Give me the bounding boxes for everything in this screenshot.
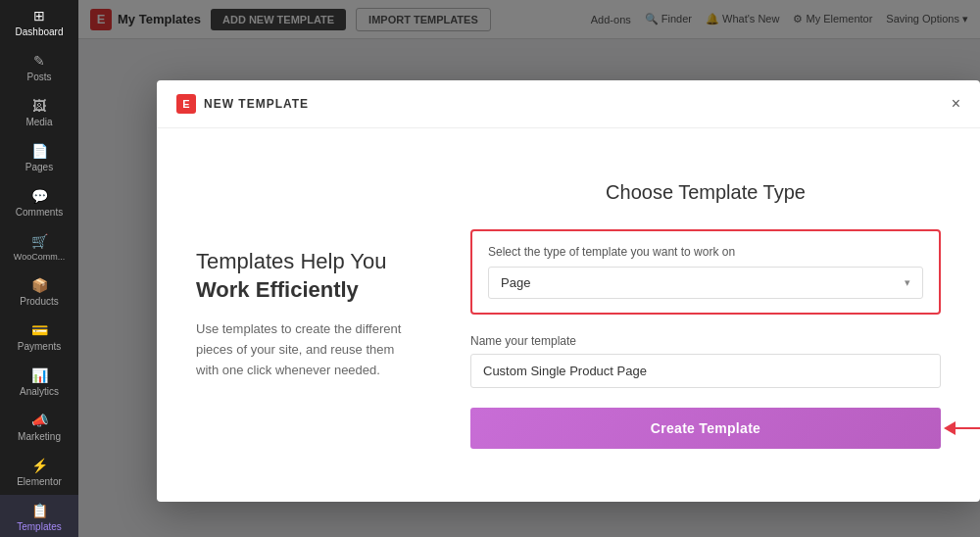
modal-close-button[interactable]: × — [952, 96, 960, 112]
elementor-icon: ⚡ — [31, 458, 48, 473]
modal-left-panel: Templates Help You Work Efficiently Use … — [196, 158, 412, 472]
sidebar-item-label: Pages — [25, 162, 53, 172]
modal-left-title: Templates Help You Work Efficiently — [196, 248, 412, 304]
sidebar-item-products[interactable]: 📦 Products — [0, 269, 78, 315]
sidebar-item-label: Marketing — [18, 431, 61, 442]
sidebar-item-pages[interactable]: 📄 Pages — [0, 135, 78, 180]
sidebar-item-label: Elementor — [17, 476, 62, 487]
modal-left-description: Use templates to create the different pi… — [196, 319, 412, 380]
template-name-input[interactable] — [470, 354, 941, 388]
media-icon: 🖼 — [32, 98, 46, 114]
analytics-icon: 📊 — [31, 367, 48, 383]
sidebar-item-templates[interactable]: 📋 Templates — [0, 495, 78, 537]
payments-icon: 💳 — [31, 322, 48, 338]
sidebar-item-analytics[interactable]: 📊 Analytics — [0, 360, 78, 405]
create-button-wrapper: Create Template — [470, 408, 941, 449]
templates-icon: 📋 — [31, 503, 48, 518]
modal-container: E NEW TEMPLATE × Templates Help You Work… — [157, 44, 980, 537]
posts-icon: ✎ — [33, 53, 45, 69]
sidebar-item-label: Dashboard — [16, 26, 64, 37]
choose-template-title: Choose Template Type — [470, 181, 941, 204]
sidebar-item-marketing[interactable]: 📣 Marketing — [0, 405, 78, 450]
modal-right-panel: Choose Template Type Select the type of … — [470, 158, 941, 472]
arrow-line — [956, 427, 980, 429]
sidebar-item-label: Analytics — [20, 386, 59, 397]
sidebar-item-elementor[interactable]: ⚡ Elementor — [0, 450, 78, 495]
modal-header: E NEW TEMPLATE × — [157, 80, 980, 128]
sidebar-item-label: Media — [25, 117, 52, 127]
template-type-select-box: Select the type of template you want to … — [470, 229, 941, 315]
products-icon: 📦 — [31, 277, 48, 293]
select-value: Page — [501, 275, 530, 290]
pages-icon: 📄 — [31, 143, 48, 159]
sidebar-item-payments[interactable]: 💳 Payments — [0, 315, 78, 360]
select-label: Select the type of template you want to … — [488, 245, 923, 259]
modal-header-icon: E — [176, 94, 196, 114]
arrow-head-icon — [944, 421, 956, 435]
sidebar-item-dashboard[interactable]: ⊞ Dashboard — [0, 0, 78, 45]
sidebar-item-label: Payments — [18, 341, 61, 352]
sidebar-item-comments[interactable]: 💬 Comments — [0, 180, 78, 225]
arrow-indicator — [944, 421, 980, 435]
modal-title: NEW TEMPLATE — [204, 97, 309, 111]
woocommerce-icon: 🛒 — [31, 233, 48, 249]
chevron-down-icon: ▾ — [905, 276, 910, 289]
dashboard-icon: ⊞ — [33, 8, 45, 24]
sidebar-item-woocommerce[interactable]: 🛒 WooComm... — [0, 225, 78, 269]
comments-icon: 💬 — [31, 188, 48, 204]
sidebar: ⊞ Dashboard ✎ Posts 🖼 Media 📄 Pages 💬 Co… — [0, 0, 78, 537]
sidebar-item-label: Products — [20, 296, 58, 307]
new-template-modal: E NEW TEMPLATE × Templates Help You Work… — [157, 80, 980, 502]
template-type-dropdown[interactable]: Page ▾ — [488, 267, 923, 299]
sidebar-item-media[interactable]: 🖼 Media — [0, 90, 78, 135]
sidebar-item-label: Comments — [16, 207, 63, 218]
sidebar-item-label: Templates — [17, 521, 62, 532]
main-content: E My Templates ADD NEW TEMPLATE IMPORT T… — [78, 0, 980, 537]
sidebar-item-posts[interactable]: ✎ Posts — [0, 45, 78, 90]
sidebar-item-label: WooComm... — [14, 252, 65, 262]
sidebar-item-label: Posts — [26, 72, 51, 82]
name-label: Name your template — [470, 334, 941, 348]
create-template-button[interactable]: Create Template — [470, 408, 941, 449]
modal-body: Templates Help You Work Efficiently Use … — [157, 128, 980, 502]
marketing-icon: 📣 — [31, 413, 48, 428]
template-name-section: Name your template — [470, 334, 941, 388]
